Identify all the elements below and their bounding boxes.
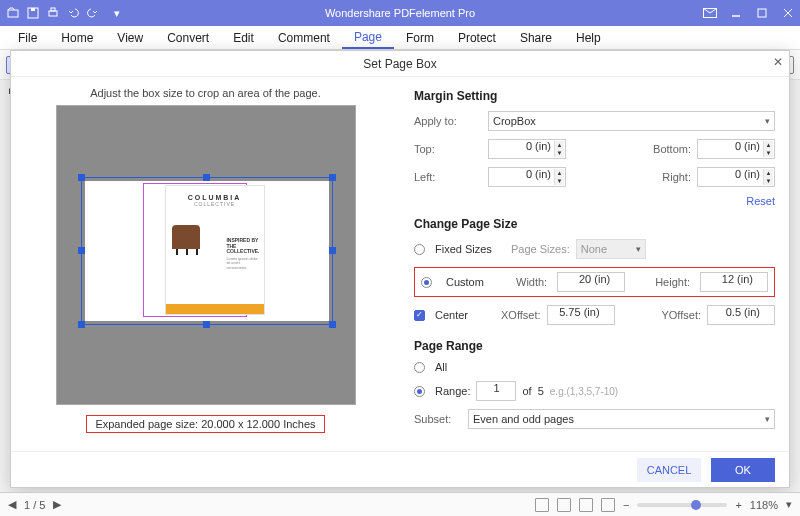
spin-down-icon[interactable]: ▼ — [554, 149, 564, 157]
zoom-dropdown-icon[interactable]: ▾ — [786, 498, 792, 511]
menu-edit[interactable]: Edit — [221, 26, 266, 49]
menu-view[interactable]: View — [105, 26, 155, 49]
all-pages-label: All — [435, 361, 447, 373]
menu-convert[interactable]: Convert — [155, 26, 221, 49]
menu-form[interactable]: Form — [394, 26, 446, 49]
left-input[interactable]: 0 (in)▲▼ — [488, 167, 566, 187]
next-page-button[interactable]: ▶ — [53, 498, 61, 511]
apply-to-select[interactable]: CropBox ▾ — [488, 111, 775, 131]
dialog-left-pane: Adjust the box size to crop an area of t… — [11, 77, 400, 451]
menu-share[interactable]: Share — [508, 26, 564, 49]
crop-handle-s[interactable] — [203, 321, 210, 328]
crop-handle-se[interactable] — [329, 321, 336, 328]
spin-up-icon[interactable]: ▲ — [763, 141, 773, 149]
crop-outer-box[interactable] — [81, 177, 333, 325]
crop-hint: Adjust the box size to crop an area of t… — [90, 87, 321, 99]
xoffset-label: XOffset: — [501, 309, 541, 321]
spin-down-icon[interactable]: ▼ — [763, 177, 773, 185]
height-label: Height: — [655, 276, 690, 288]
app-title: Wondershare PDFelement Pro — [325, 7, 475, 19]
zoom-slider[interactable] — [637, 503, 727, 507]
spin-down-icon[interactable]: ▼ — [554, 177, 564, 185]
xoffset-input[interactable]: 5.75 (in) — [547, 305, 615, 325]
cancel-button[interactable]: CANCEL — [637, 458, 701, 482]
view-single-icon[interactable] — [535, 498, 549, 512]
zoom-slider-knob[interactable] — [691, 500, 701, 510]
range-radio[interactable] — [414, 386, 425, 397]
view-grid-icon[interactable] — [601, 498, 615, 512]
apply-to-label: Apply to: — [414, 115, 482, 127]
bottom-input[interactable]: 0 (in)▲▼ — [697, 139, 775, 159]
zoom-in-button[interactable]: + — [735, 499, 741, 511]
pagesizes-value: None — [581, 243, 607, 255]
crop-handle-n[interactable] — [203, 174, 210, 181]
dialog-title: Set Page Box — [363, 57, 436, 71]
chevron-down-icon: ▾ — [636, 244, 641, 254]
menu-help[interactable]: Help — [564, 26, 613, 49]
pagesizes-select: None▾ — [576, 239, 646, 259]
qat-dropdown-icon[interactable]: ▾ — [110, 6, 124, 20]
minimize-button[interactable] — [724, 0, 748, 26]
svg-rect-0 — [8, 10, 18, 17]
margin-heading: Margin Setting — [414, 89, 775, 103]
apply-to-value: CropBox — [493, 115, 536, 127]
crop-handle-nw[interactable] — [78, 174, 85, 181]
menu-file[interactable]: File — [6, 26, 49, 49]
crop-preview[interactable]: COLUMBIA COLLECTIVE INSPIRED BY THE COLL… — [56, 105, 356, 405]
spin-down-icon[interactable]: ▼ — [763, 149, 773, 157]
center-label: Center — [435, 309, 495, 321]
top-input[interactable]: 0 (in)▲▼ — [488, 139, 566, 159]
crop-handle-w[interactable] — [78, 247, 85, 254]
subset-select[interactable]: Even and odd pages ▾ — [468, 409, 775, 429]
yoffset-label: YOffset: — [661, 309, 701, 321]
reset-link[interactable]: Reset — [414, 195, 775, 207]
close-button[interactable] — [776, 0, 800, 26]
crop-handle-sw[interactable] — [78, 321, 85, 328]
yoffset-input[interactable]: 0.5 (in) — [707, 305, 775, 325]
view-continuous-icon[interactable] — [557, 498, 571, 512]
range-label: Range: — [435, 385, 470, 397]
menu-protect[interactable]: Protect — [446, 26, 508, 49]
crop-handle-ne[interactable] — [329, 174, 336, 181]
width-input[interactable]: 20 (in) — [557, 272, 625, 292]
custom-radio[interactable] — [421, 277, 432, 288]
svg-rect-7 — [758, 9, 766, 17]
spin-up-icon[interactable]: ▲ — [554, 141, 564, 149]
dialog-footer: CANCEL OK — [11, 451, 789, 487]
open-icon[interactable] — [6, 6, 20, 20]
redo-icon[interactable] — [86, 6, 100, 20]
mail-icon[interactable] — [698, 0, 722, 26]
subset-label: Subset: — [414, 413, 462, 425]
menu-page[interactable]: Page — [342, 26, 394, 49]
save-icon[interactable] — [26, 6, 40, 20]
prev-page-button[interactable]: ◀ — [8, 498, 16, 511]
spin-up-icon[interactable]: ▲ — [554, 169, 564, 177]
svg-rect-4 — [51, 8, 55, 11]
ok-button[interactable]: OK — [711, 458, 775, 482]
status-bar: ◀ 1 / 5 ▶ − + 118% ▾ — [0, 492, 800, 516]
expanded-size-readout: Expanded page size: 20.000 x 12.000 Inch… — [86, 415, 324, 433]
dialog-close-button[interactable]: ✕ — [773, 55, 783, 69]
top-label: Top: — [414, 143, 482, 155]
all-pages-radio[interactable] — [414, 362, 425, 373]
custom-size-row: Custom Width: 20 (in) Height: 12 (in) — [414, 267, 775, 297]
right-input[interactable]: 0 (in)▲▼ — [697, 167, 775, 187]
menu-home[interactable]: Home — [49, 26, 105, 49]
range-example: e.g.(1,3,5,7-10) — [550, 386, 618, 397]
undo-icon[interactable] — [66, 6, 80, 20]
spin-up-icon[interactable]: ▲ — [763, 169, 773, 177]
center-checkbox[interactable] — [414, 310, 425, 321]
fixed-sizes-radio[interactable] — [414, 244, 425, 255]
print-icon[interactable] — [46, 6, 60, 20]
maximize-button[interactable] — [750, 0, 774, 26]
zoom-out-button[interactable]: − — [623, 499, 629, 511]
width-label: Width: — [516, 276, 547, 288]
window-buttons — [698, 0, 800, 26]
crop-handle-e[interactable] — [329, 247, 336, 254]
range-from-input[interactable]: 1 — [476, 381, 516, 401]
view-facing-icon[interactable] — [579, 498, 593, 512]
range-heading: Page Range — [414, 339, 775, 353]
height-input[interactable]: 12 (in) — [700, 272, 768, 292]
subset-value: Even and odd pages — [473, 413, 574, 425]
menu-comment[interactable]: Comment — [266, 26, 342, 49]
